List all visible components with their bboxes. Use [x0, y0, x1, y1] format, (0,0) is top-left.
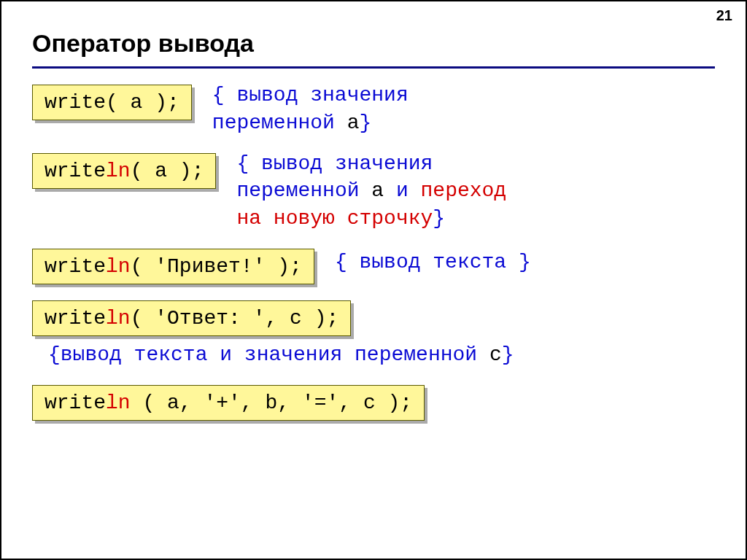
comment-var: c	[489, 343, 502, 366]
comment-text: { вывод значения	[212, 84, 409, 106]
example-row-1: write( a ); { вывод значения переменной …	[32, 85, 715, 137]
comment-var: a	[371, 179, 384, 202]
comment-var: a	[347, 112, 360, 134]
example-row-3: writeln( 'Привет!' ); { вывод текста }	[32, 249, 715, 284]
code-post: ( 'Ответ: ', c );	[131, 307, 339, 330]
code-ln: ln	[106, 255, 131, 278]
code-box-1: write( a );	[32, 85, 192, 120]
page-number: 21	[716, 7, 732, 24]
comment-red: на новую строчку	[236, 207, 433, 230]
comment-text: {вывод текста и значения переменной	[48, 343, 489, 366]
example-row-4: writeln( 'Ответ: ', c );	[32, 300, 715, 336]
comment-text: переменной	[212, 112, 347, 134]
comment-text: }	[433, 207, 445, 230]
code-box-5: writeln ( a, '+', b, '=', c );	[32, 385, 425, 421]
comment-3: { вывод текста }	[335, 249, 531, 276]
code-post: ( a );	[131, 160, 204, 182]
comment-4: {вывод текста и значения переменной c}	[48, 343, 715, 366]
code-box-3: writeln( 'Привет!' );	[32, 249, 314, 284]
comment-text: }	[502, 343, 514, 366]
comment-red: переход	[421, 179, 507, 202]
comment-text: переменной	[236, 179, 371, 202]
code-write: write	[44, 392, 106, 414]
code-box-2: writeln( a );	[32, 153, 216, 189]
code-ln: ln	[106, 307, 131, 330]
code-ln: ln	[106, 392, 131, 414]
code-write: write	[44, 160, 106, 182]
code-post: ( 'Привет!' );	[131, 255, 302, 278]
comment-text: }	[360, 112, 372, 134]
code-post: ( a, '+', b, '=', c );	[131, 392, 412, 414]
comment-1: { вывод значения переменной a}	[212, 82, 409, 137]
slide-content: write( a ); { вывод значения переменной …	[1, 69, 746, 421]
example-row-2: writeln( a ); { вывод значения переменно…	[32, 153, 715, 233]
code-write: write	[44, 255, 106, 278]
comment-text: { вывод значения	[236, 152, 433, 175]
slide-title: Оператор вывода	[1, 1, 746, 58]
code-write: write	[44, 307, 106, 330]
code-ln: ln	[106, 160, 131, 182]
comment-2: { вывод значения переменной a и переход …	[236, 150, 506, 233]
example-row-5: writeln ( a, '+', b, '=', c );	[32, 385, 715, 421]
code-box-4: writeln( 'Ответ: ', c );	[32, 300, 351, 336]
comment-text: и	[384, 179, 420, 202]
